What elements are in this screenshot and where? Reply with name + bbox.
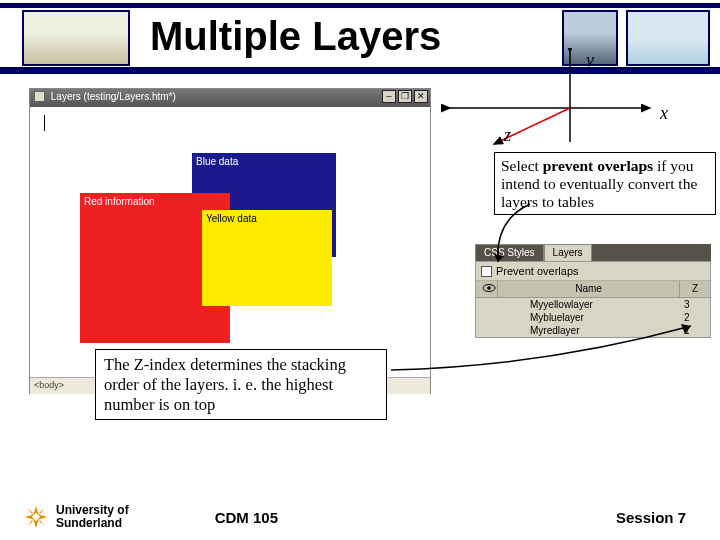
uni-line2: Sunderland xyxy=(56,517,129,530)
decor-bar-top xyxy=(0,3,720,8)
panel-header: Name Z xyxy=(476,281,710,298)
axis-label-z: z xyxy=(504,125,511,146)
svg-point-4 xyxy=(487,286,491,290)
layer-name: Myyellowlayer xyxy=(498,299,680,310)
editor-canvas[interactable]: Blue data Red information Yellow data xyxy=(30,107,430,377)
close-button[interactable]: ✕ xyxy=(414,90,428,103)
document-icon xyxy=(34,91,45,102)
eye-icon xyxy=(482,283,496,293)
callout-zindex: The Z-index determines the stacking orde… xyxy=(95,349,387,420)
slide-footer: University of Sunderland CDM 105 Session… xyxy=(0,494,720,540)
window-titlebar[interactable]: Layers (testing/Layers.htm*) – ❐ ✕ xyxy=(30,89,430,107)
page-title: Multiple Layers xyxy=(150,14,441,59)
window-title: Layers (testing/Layers.htm*) xyxy=(51,91,176,102)
col-z[interactable]: Z xyxy=(680,281,710,297)
col-visibility xyxy=(476,281,498,297)
minimize-button[interactable]: – xyxy=(382,90,396,103)
axis-label-y: y xyxy=(586,50,594,71)
university-name: University of Sunderland xyxy=(56,504,129,529)
restore-button[interactable]: ❐ xyxy=(398,90,412,103)
university-logo xyxy=(22,503,50,531)
header-photo-left xyxy=(22,10,130,66)
layer-z: 3 xyxy=(680,299,710,310)
callout-arrow-2 xyxy=(385,318,705,378)
course-code: CDM 105 xyxy=(215,509,278,526)
callout-arrow-1 xyxy=(480,200,540,270)
list-item[interactable]: Myyellowlayer3 xyxy=(476,298,710,311)
callout-bold: prevent overlaps xyxy=(543,157,653,174)
tab-layers[interactable]: Layers xyxy=(544,244,592,261)
callout-text: Select xyxy=(501,157,543,174)
col-name[interactable]: Name xyxy=(498,281,680,297)
session-number: Session 7 xyxy=(616,509,686,526)
window-buttons: – ❐ ✕ xyxy=(382,90,428,103)
text-cursor xyxy=(44,115,45,131)
layer-yellow[interactable]: Yellow data xyxy=(202,210,332,306)
axes-diagram xyxy=(440,48,690,148)
axis-label-x: x xyxy=(660,103,668,124)
